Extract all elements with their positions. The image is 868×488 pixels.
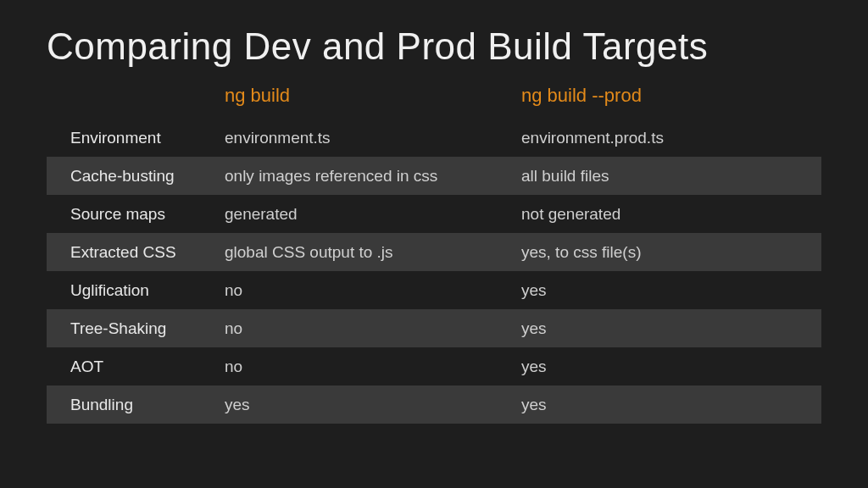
row-label: Environment bbox=[47, 129, 225, 147]
row-prod-value: environment.prod.ts bbox=[521, 129, 821, 147]
row-label: Extracted CSS bbox=[47, 243, 225, 262]
table-row: Bundling yes yes bbox=[47, 385, 821, 424]
row-build-value: global CSS output to .js bbox=[225, 243, 521, 262]
row-prod-value: yes bbox=[521, 396, 821, 414]
row-build-value: no bbox=[225, 319, 521, 338]
row-label: AOT bbox=[47, 358, 225, 376]
row-label: Bundling bbox=[47, 396, 225, 414]
row-build-value: environment.ts bbox=[225, 129, 521, 147]
header-prod-col: ng build --prod bbox=[521, 85, 821, 107]
slide-title: Comparing Dev and Prod Build Targets bbox=[47, 25, 821, 68]
row-prod-value: yes bbox=[521, 319, 821, 338]
row-label: Cache-busting bbox=[47, 167, 225, 186]
row-label: Uglification bbox=[47, 281, 225, 300]
table-row: Environment environment.ts environment.p… bbox=[47, 119, 821, 157]
slide-container: Comparing Dev and Prod Build Targets ng … bbox=[0, 0, 868, 488]
row-prod-value: not generated bbox=[521, 205, 821, 224]
row-label: Source maps bbox=[47, 205, 225, 224]
row-build-value: no bbox=[225, 281, 521, 300]
row-build-value: generated bbox=[225, 205, 521, 224]
row-prod-value: yes, to css file(s) bbox=[521, 243, 821, 262]
table-row: AOT no yes bbox=[47, 347, 821, 385]
row-build-value: no bbox=[225, 358, 521, 376]
row-build-value: only images referenced in css bbox=[225, 167, 521, 186]
row-build-value: yes bbox=[225, 396, 521, 414]
table-row: Source maps generated not generated bbox=[47, 195, 821, 233]
row-prod-value: all build files bbox=[521, 167, 821, 186]
header-build-col: ng build bbox=[225, 85, 521, 107]
comparison-table: ng build ng build --prod Environment env… bbox=[47, 85, 821, 424]
row-prod-value: yes bbox=[521, 281, 821, 300]
table-row: Cache-busting only images referenced in … bbox=[47, 157, 821, 195]
header-label-col bbox=[47, 85, 225, 107]
table-row: Uglification no yes bbox=[47, 271, 821, 309]
row-label: Tree-Shaking bbox=[47, 319, 225, 338]
table-row: Extracted CSS global CSS output to .js y… bbox=[47, 233, 821, 271]
table-header-row: ng build ng build --prod bbox=[47, 85, 821, 119]
row-prod-value: yes bbox=[521, 358, 821, 376]
table-row: Tree-Shaking no yes bbox=[47, 309, 821, 347]
